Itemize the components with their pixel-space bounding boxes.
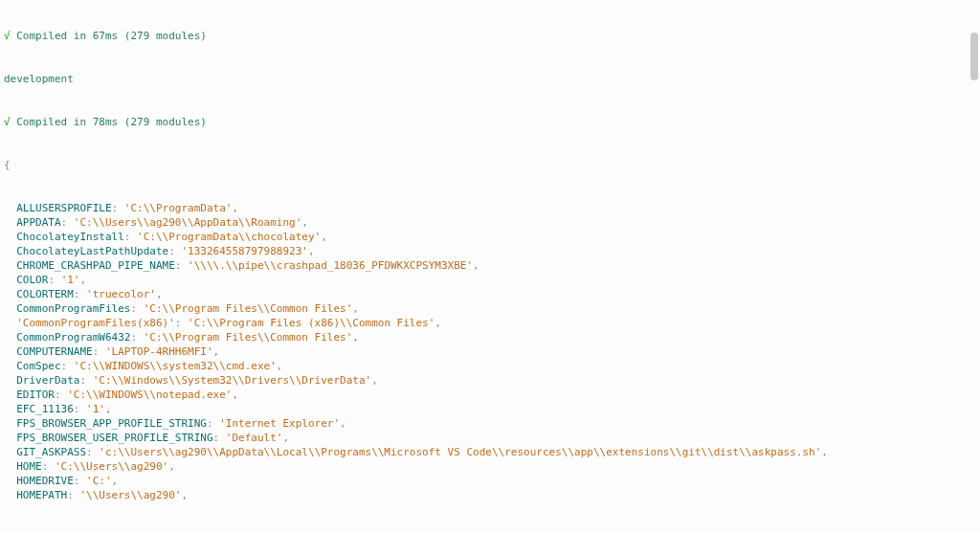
env-value: 'Internet Explorer'	[219, 417, 340, 430]
env-key: CHROME_CRASHPAD_PIPE_NAME	[16, 259, 175, 272]
check-icon: √	[4, 116, 11, 128]
env-value: 'C:\\Program Files\\Common Files'	[144, 302, 353, 315]
check-icon: √	[4, 30, 11, 42]
env-row: CommonProgramW6432: 'C:\\Program Files\\…	[4, 330, 976, 344]
env-row: HOMEDRIVE: 'C:',	[4, 474, 976, 488]
env-key: GIT_ASKPASS	[16, 446, 86, 458]
env-row: 'CommonProgramFiles(x86)': 'C:\\Program …	[4, 316, 976, 330]
compile-line-2: √ Compiled in 78ms (279 modules)	[4, 115, 976, 129]
env-row: CommonProgramFiles: 'C:\\Program Files\\…	[4, 301, 976, 316]
env-row: COLOR: '1',	[4, 273, 976, 287]
env-key: COMPUTERNAME	[16, 345, 92, 358]
env-key: COLORTERM	[16, 288, 74, 300]
env-value: 'C:\\Users\\ag290'	[55, 460, 168, 473]
env-key: CommonProgramFiles	[16, 302, 130, 315]
env-key: ComSpec	[16, 360, 60, 372]
env-key: ALLUSERSPROFILE	[16, 202, 111, 214]
env-row: HOMEPATH: '\\Users\\ag290',	[4, 488, 976, 502]
env-value: 'C:\\Windows\\System32\\Drivers\\DriverD…	[93, 374, 371, 387]
brace-open: {	[4, 158, 976, 172]
env-key: HOME	[16, 460, 42, 473]
env-row: ALLUSERSPROFILE: 'C:\\ProgramData',	[4, 201, 976, 215]
env-value: '\\Users\\ag290'	[79, 489, 181, 501]
env-value: 'C:\\Users\\ag290\\AppData\\Roaming'	[74, 216, 301, 229]
env-value: 'truecolor'	[86, 288, 156, 300]
env-row: APPDATA: 'C:\\Users\\ag290\\AppData\\Roa…	[4, 215, 976, 230]
env-value: '1'	[86, 403, 105, 415]
env-value: 'LAPTOP-4RHH6MFI'	[105, 345, 213, 358]
env-value: '\\\\.\\pipe\\crashpad_18036_PFDWKXCPSYM…	[188, 259, 473, 272]
scrollbar-thumb[interactable]	[970, 33, 978, 80]
env-row: HOME: 'C:\\Users\\ag290',	[4, 459, 976, 474]
env-key: HOMEPATH	[16, 489, 67, 501]
env-value: 'C:\\ProgramData\\chocolatey'	[137, 231, 321, 243]
env-row: GIT_ASKPASS: 'c:\\Users\\ag290\\AppData\…	[4, 445, 976, 459]
env-key: EFC_11136	[16, 403, 74, 415]
env-key: FPS_BROWSER_USER_PROFILE_STRING	[16, 432, 212, 444]
env-key: COLOR	[16, 274, 48, 286]
env-key: APPDATA	[16, 216, 60, 229]
env-key: CommonProgramW6432	[16, 331, 130, 344]
env-value: 'C:\\Program Files (x86)\\Common Files'	[188, 317, 434, 329]
env-key: HOMEDRIVE	[16, 475, 74, 487]
env-value: 'C:'	[86, 475, 112, 487]
env-row: DriverData: 'C:\\Windows\\System32\\Driv…	[4, 373, 976, 388]
env-row: EDITOR: 'C:\\WINDOWS\\notepad.exe',	[4, 388, 976, 402]
env-row: COLORTERM: 'truecolor',	[4, 287, 976, 301]
env-key: EDITOR	[16, 389, 55, 401]
env-value: 'Default'	[226, 432, 283, 444]
env-value: 'c:\\Users\\ag290\\AppData\\Local\\Progr…	[99, 446, 821, 458]
env-row: FPS_BROWSER_USER_PROFILE_STRING: 'Defaul…	[4, 431, 976, 445]
env-row: ComSpec: 'C:\\WINDOWS\\system32\\cmd.exe…	[4, 359, 976, 373]
env-row: ChocolateyLastPathUpdate: '1332645587979…	[4, 244, 976, 258]
env-key: DriverData	[16, 374, 79, 387]
env-key: FPS_BROWSER_APP_PROFILE_STRING	[16, 417, 207, 430]
env-key: ChocolateyLastPathUpdate	[16, 245, 168, 257]
env-row: CHROME_CRASHPAD_PIPE_NAME: '\\\\.\\pipe\…	[4, 258, 976, 273]
compile-line-1: √ Compiled in 67ms (279 modules)	[4, 29, 976, 43]
env-row: ChocolateyInstall: 'C:\\ProgramData\\cho…	[4, 230, 976, 244]
env-value: 'C:\\ProgramData'	[124, 202, 233, 214]
terminal-output[interactable]: √ Compiled in 67ms (279 modules) develop…	[0, 0, 980, 533]
mode-line: development	[4, 72, 976, 86]
env-value: 'C:\\WINDOWS\\notepad.exe'	[67, 389, 232, 401]
env-row: EFC_11136: '1',	[4, 402, 976, 416]
env-value: 'C:\\Program Files\\Common Files'	[144, 331, 353, 344]
env-row: COMPUTERNAME: 'LAPTOP-4RHH6MFI',	[4, 344, 976, 359]
env-value: 'C:\\WINDOWS\\system32\\cmd.exe'	[74, 360, 277, 372]
env-value: '1'	[61, 274, 80, 286]
env-key: ChocolateyInstall	[16, 231, 124, 243]
env-key: 'CommonProgramFiles(x86)'	[16, 317, 175, 329]
env-value: '133264558797988923'	[181, 245, 307, 257]
env-row: FPS_BROWSER_APP_PROFILE_STRING: 'Interne…	[4, 416, 976, 431]
